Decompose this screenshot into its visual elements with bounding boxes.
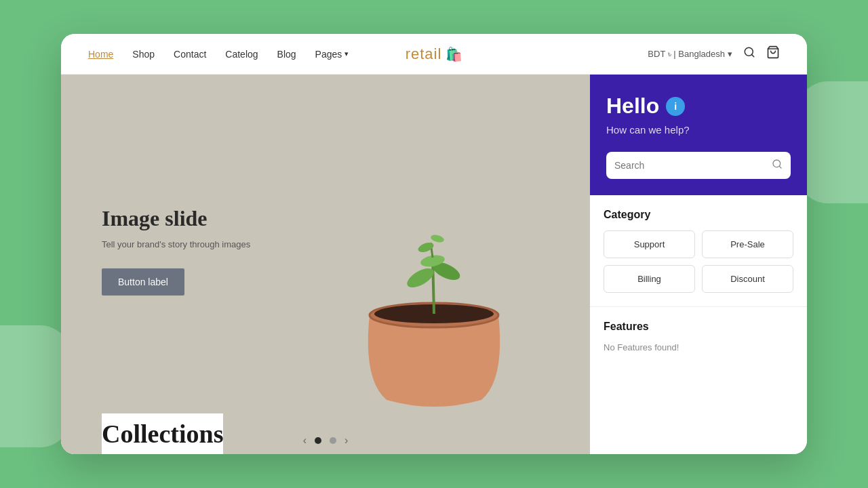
collections-section: Collections bbox=[102, 413, 223, 454]
help-search-input[interactable] bbox=[614, 152, 766, 179]
nav-links: Home Shop Contact Catelog Blog Pages ▾ bbox=[88, 49, 349, 60]
features-title: Features bbox=[604, 321, 793, 333]
nav-contact[interactable]: Contact bbox=[174, 49, 206, 60]
hero-slider: Image slide Tell your brand's story thro… bbox=[61, 75, 590, 454]
logo-bag-icon: 🛍️ bbox=[446, 46, 462, 62]
currency-selector[interactable]: BDT ৳ | Bangladesh ▾ bbox=[648, 49, 732, 60]
help-subtitle: How can we help? bbox=[606, 124, 791, 136]
hero-cta-button[interactable]: Button label bbox=[102, 268, 184, 296]
nav-catelog[interactable]: Catelog bbox=[225, 49, 258, 60]
help-hello-row: Hello i bbox=[606, 94, 791, 119]
search-button[interactable] bbox=[743, 46, 755, 62]
currency-chevron-icon: ▾ bbox=[728, 49, 732, 59]
collections-heading: Collections bbox=[102, 419, 223, 449]
category-grid: Support Pre-Sale Billing Discount bbox=[604, 230, 793, 293]
slider-prev-button[interactable]: ‹ bbox=[303, 434, 307, 447]
slider-dot-1[interactable] bbox=[315, 437, 321, 444]
help-panel: Hello i How can we help? bbox=[590, 75, 807, 454]
logo-text: retail bbox=[406, 45, 442, 63]
search-icon bbox=[743, 46, 755, 62]
svg-line-15 bbox=[779, 166, 781, 168]
cart-icon bbox=[766, 45, 780, 62]
main-content: Image slide Tell your brand's story thro… bbox=[61, 75, 807, 454]
slider-dot-2[interactable] bbox=[330, 437, 336, 444]
category-discount-button[interactable]: Discount bbox=[702, 265, 793, 293]
category-section: Category Support Pre-Sale Billing Discou… bbox=[590, 195, 807, 307]
svg-line-1 bbox=[751, 54, 753, 56]
hello-text: Hello bbox=[606, 94, 659, 119]
logo-area: retail 🛍️ bbox=[406, 45, 463, 63]
pages-chevron-icon: ▾ bbox=[344, 49, 349, 58]
hero-image-area: Image slide Tell your brand's story thro… bbox=[61, 75, 590, 427]
nav-pages[interactable]: Pages ▾ bbox=[315, 49, 349, 60]
browser-content: Home Shop Contact Catelog Blog Pages ▾ r… bbox=[61, 34, 807, 454]
slider-next-button[interactable]: › bbox=[344, 434, 348, 447]
hero-illustration bbox=[332, 190, 536, 420]
hero-title: Image slide bbox=[102, 206, 250, 231]
info-badge-icon: i bbox=[666, 97, 685, 116]
svg-point-13 bbox=[430, 234, 445, 244]
nav-home[interactable]: Home bbox=[88, 49, 113, 60]
nav-right: BDT ৳ | Bangladesh ▾ bbox=[648, 45, 780, 62]
cart-button[interactable] bbox=[766, 45, 780, 62]
hero-subtitle: Tell your brand's story through images bbox=[102, 239, 250, 249]
category-billing-button[interactable]: Billing bbox=[604, 265, 695, 293]
help-search-button[interactable] bbox=[772, 159, 783, 172]
navbar: Home Shop Contact Catelog Blog Pages ▾ r… bbox=[61, 34, 807, 75]
category-support-button[interactable]: Support bbox=[604, 230, 695, 258]
nav-blog[interactable]: Blog bbox=[277, 49, 296, 60]
device-frame: Home Shop Contact Catelog Blog Pages ▾ r… bbox=[61, 34, 807, 454]
hero-text-block: Image slide Tell your brand's story thro… bbox=[102, 206, 250, 296]
nav-pages-label: Pages bbox=[315, 49, 342, 60]
nav-shop[interactable]: Shop bbox=[132, 49, 155, 60]
currency-label: BDT ৳ | Bangladesh bbox=[648, 49, 725, 60]
category-title: Category bbox=[604, 209, 793, 221]
features-empty-message: No Features found! bbox=[604, 342, 793, 352]
category-presale-button[interactable]: Pre-Sale bbox=[702, 230, 793, 258]
help-header: Hello i How can we help? bbox=[590, 75, 807, 152]
search-box bbox=[606, 152, 791, 179]
search-box-area bbox=[590, 152, 807, 195]
features-section: Features No Features found! bbox=[590, 307, 807, 366]
